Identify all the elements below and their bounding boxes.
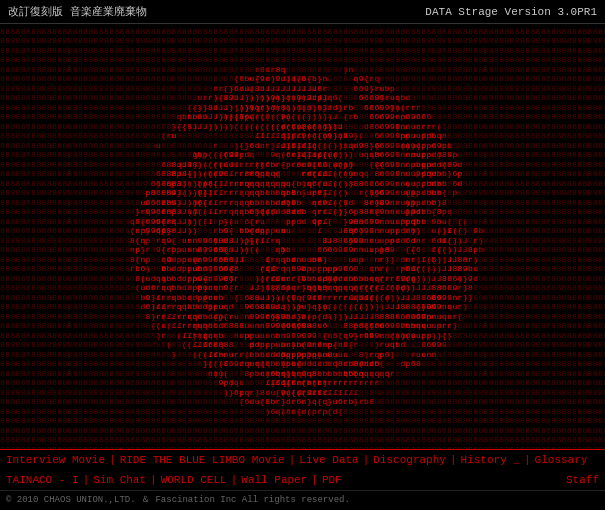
nav-sep-5: |: [524, 454, 531, 466]
nav-sep-1: |: [109, 454, 116, 466]
nav-history[interactable]: History _: [461, 454, 520, 466]
nav-sim-chat[interactable]: Sim Chat: [93, 474, 146, 486]
nav-tainaco[interactable]: TAINACO - I: [6, 474, 79, 486]
nav-sep-7: |: [150, 474, 157, 486]
nav-sep-8: |: [231, 474, 238, 486]
top-bar-title: 改訂復刻版 音楽産業廃棄物: [8, 4, 147, 19]
nav-sep-2: |: [289, 454, 296, 466]
nav-sep-9: |: [311, 474, 318, 486]
top-bar-version: DATA Strage Version 3.0PR1: [425, 6, 597, 18]
nav-sep-3: |: [363, 454, 370, 466]
nav-live-data[interactable]: Live Data: [299, 454, 358, 466]
nav-row-2-left: TAINACO - I | Sim Chat | WORLD CELL | Wa…: [6, 474, 342, 486]
ascii-art-canvas: [0, 24, 605, 449]
nav-world-cell[interactable]: WORLD CELL: [161, 474, 227, 486]
nav-sep-6: |: [83, 474, 90, 486]
nav-staff[interactable]: Staff: [566, 474, 599, 486]
content-area: [0, 24, 605, 449]
top-bar: 改訂復刻版 音楽産業廃棄物 DATA Strage Version 3.0PR1: [0, 0, 605, 24]
nav-wall-paper[interactable]: Wall Paper: [241, 474, 307, 486]
nav-interview-movie[interactable]: Interview Movie: [6, 454, 105, 466]
main-container: 改訂復刻版 音楽産業廃棄物 DATA Strage Version 3.0PR1…: [0, 0, 605, 510]
nav-sep-4: |: [450, 454, 457, 466]
nav-row-1: Interview Movie | RIDE THE BLUE LIMBO Mo…: [0, 450, 605, 470]
copyright-text: © 2010 CHAOS UNION.,LTD. ＆ Fascination I…: [0, 490, 605, 510]
nav-pdf[interactable]: PDF: [322, 474, 342, 486]
nav-discography[interactable]: Discography: [373, 454, 446, 466]
nav-ride-blue-limbo[interactable]: RIDE THE BLUE LIMBO Movie: [120, 454, 285, 466]
nav-glossary[interactable]: Glossary: [535, 454, 588, 466]
nav-row-2: TAINACO - I | Sim Chat | WORLD CELL | Wa…: [0, 470, 605, 490]
bottom-navigation: Interview Movie | RIDE THE BLUE LIMBO Mo…: [0, 449, 605, 510]
